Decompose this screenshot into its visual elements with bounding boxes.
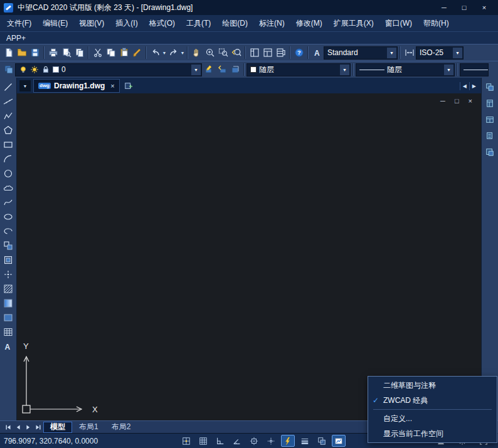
color-combo[interactable]: 随层 ▼ <box>246 63 351 76</box>
workspace-menu-item-show-current[interactable]: 显示当前工作空间 <box>368 426 497 441</box>
lineweight-toggle-button[interactable] <box>298 435 312 447</box>
layer-combo[interactable]: 0 ▼ <box>15 63 202 76</box>
circle-button[interactable] <box>1 167 15 180</box>
spline-button[interactable] <box>1 195 15 209</box>
next-layout-button[interactable] <box>23 422 33 432</box>
construction-line-button[interactable] <box>1 95 15 108</box>
menu-app-plus[interactable]: APP+ <box>6 31 31 45</box>
undo-dropdown-arrow[interactable]: ▼ <box>162 51 167 55</box>
layout-tab-layout2[interactable]: 布局2 <box>105 422 137 433</box>
properties-palette-button[interactable] <box>248 46 261 60</box>
text-style-tool[interactable]: A <box>310 46 324 60</box>
drawing-tab[interactable]: dwg Drawing1.dwg × <box>33 79 120 93</box>
make-object-layer-current-button[interactable] <box>202 63 215 76</box>
last-layout-button[interactable] <box>33 422 43 432</box>
gradient-button[interactable] <box>1 296 15 310</box>
table-button[interactable] <box>1 325 15 338</box>
line-button[interactable] <box>1 80 15 93</box>
match-properties-button[interactable] <box>130 46 144 60</box>
doc-close-button[interactable]: × <box>469 97 472 105</box>
point-button[interactable] <box>1 268 15 281</box>
workspace-menu-item-2d-drafting[interactable]: 二维草图与注释 <box>368 378 497 393</box>
lineweight-combo-partial[interactable] <box>460 63 489 76</box>
tool-palette-panel-button[interactable] <box>483 96 497 110</box>
layer-properties-button[interactable] <box>2 63 15 76</box>
menu-express-tools[interactable]: 扩展工具(X) <box>328 16 379 31</box>
layer-states-button[interactable] <box>228 63 241 76</box>
new-file-button[interactable] <box>2 46 15 60</box>
menu-format[interactable]: 格式(O) <box>144 16 181 31</box>
menu-edit[interactable]: 编辑(E) <box>37 16 73 31</box>
sheet-set-panel-button[interactable] <box>483 129 497 142</box>
otrack-toggle-button[interactable] <box>264 435 278 447</box>
workspace-menu-item-customize[interactable]: 自定义... <box>368 411 497 426</box>
menu-view[interactable]: 视图(V) <box>73 16 110 31</box>
menu-insert[interactable]: 插入(I) <box>110 16 143 31</box>
snap-toggle-button[interactable] <box>179 435 193 447</box>
close-button[interactable]: × <box>474 0 494 15</box>
help-button[interactable]: ? <box>292 46 305 60</box>
minimize-button[interactable]: ─ <box>434 0 454 15</box>
menu-draw[interactable]: 绘图(D) <box>216 16 253 31</box>
tool-palettes-button[interactable] <box>274 46 287 60</box>
drawing-canvas[interactable]: ─ □ × Y X <box>17 93 481 420</box>
layer-previous-button[interactable] <box>215 63 228 76</box>
menu-modify[interactable]: 修改(M) <box>290 16 328 31</box>
menu-file[interactable]: 文件(F) <box>1 16 37 31</box>
open-file-button[interactable] <box>15 46 28 60</box>
chevron-down-icon[interactable]: ▼ <box>453 48 462 58</box>
menu-dimension[interactable]: 标注(N) <box>253 16 290 31</box>
ellipse-arc-button[interactable] <box>1 224 15 237</box>
layout-tab-model[interactable]: 模型 <box>43 422 72 433</box>
first-layout-button[interactable] <box>3 422 13 432</box>
zoom-previous-button[interactable] <box>230 46 243 60</box>
polygon-button[interactable] <box>1 123 15 137</box>
layout-tab-layout1[interactable]: 布局1 <box>73 422 105 433</box>
chevron-down-icon[interactable]: ▼ <box>340 65 349 75</box>
make-block-button[interactable] <box>1 253 15 266</box>
tab-list-button[interactable]: ▼ <box>19 80 31 91</box>
cut-button[interactable] <box>91 46 104 60</box>
doc-minimize-button[interactable]: ─ <box>440 97 445 105</box>
grid-toggle-button[interactable] <box>196 435 210 447</box>
rectangle-button[interactable] <box>1 138 15 151</box>
model-paper-toggle-button[interactable] <box>332 435 346 447</box>
hatch-button[interactable] <box>1 282 15 295</box>
polyline-button[interactable] <box>1 109 15 122</box>
tab-scroll-left-button[interactable]: ◀ <box>460 82 469 90</box>
osnap-toggle-button[interactable] <box>247 435 261 447</box>
menu-window[interactable]: 窗口(W) <box>379 16 418 31</box>
dim-style-combo[interactable]: ISO-25 ▼ <box>416 46 464 60</box>
revision-cloud-button[interactable] <box>1 181 15 194</box>
ortho-toggle-button[interactable] <box>213 435 227 447</box>
undo-button[interactable] <box>149 46 162 60</box>
new-drawing-tab-button[interactable] <box>122 79 135 93</box>
linetype-combo[interactable]: 随层 ▼ <box>356 63 455 76</box>
maximize-button[interactable]: □ <box>454 0 474 15</box>
plot-button[interactable] <box>46 46 60 60</box>
dim-style-tool[interactable] <box>403 46 416 60</box>
arc-button[interactable] <box>1 152 15 165</box>
chevron-down-icon[interactable]: ▼ <box>387 48 396 58</box>
menu-help[interactable]: 帮助(H) <box>418 16 455 31</box>
text-style-combo[interactable]: Standard ▼ <box>324 46 398 60</box>
polar-toggle-button[interactable] <box>230 435 244 447</box>
redo-button[interactable] <box>167 46 180 60</box>
publish-button[interactable] <box>73 46 86 60</box>
workspace-menu-item-zwcad-classic[interactable]: ✓ ZWCAD 经典 <box>368 393 497 408</box>
markup-panel-button[interactable] <box>483 145 497 159</box>
copy-button[interactable] <box>104 46 117 60</box>
paste-button[interactable] <box>117 46 130 60</box>
dynamic-input-toggle-button[interactable] <box>281 435 295 447</box>
zoom-window-button[interactable] <box>216 46 230 60</box>
region-button[interactable] <box>1 311 15 324</box>
chevron-down-icon[interactable]: ▼ <box>444 65 453 75</box>
tab-scroll-right-button[interactable]: ▶ <box>469 82 479 90</box>
mtext-button[interactable]: A <box>1 340 15 353</box>
chevron-down-icon[interactable]: ▼ <box>191 65 201 75</box>
properties-panel-button[interactable] <box>483 80 497 93</box>
insert-block-button[interactable] <box>1 239 15 252</box>
pan-button[interactable] <box>190 46 203 60</box>
ellipse-button[interactable] <box>1 210 15 223</box>
tab-close-icon[interactable]: × <box>110 82 114 90</box>
